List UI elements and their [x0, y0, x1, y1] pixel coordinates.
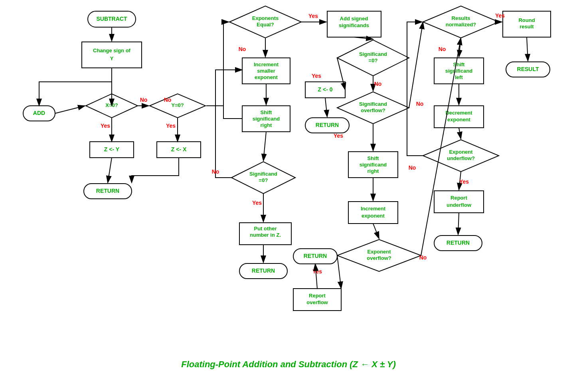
expunderflow-yes-label: Yes: [459, 178, 469, 185]
arrow-reportunderflow-return: [458, 213, 459, 235]
inc-smaller-label2: smaller: [257, 68, 275, 74]
shift-left-label2: significand: [445, 68, 473, 74]
put-other-label2: number in Z.: [250, 232, 281, 238]
arrow-shift1-sigzero: [263, 132, 266, 161]
sig-overflow-label2: overflow?: [361, 107, 385, 113]
arrow-decexp-expunderflow: [459, 128, 461, 139]
add-label: ADD: [33, 110, 45, 116]
dec-exp-label: Decrement: [445, 110, 472, 116]
exp-overflow-label2: overflow?: [367, 255, 391, 261]
sig-zero2-label: Significand: [359, 51, 387, 57]
dec-exp-label2: exponent: [447, 117, 470, 123]
report-underflow-label: Report: [451, 195, 468, 201]
put-other-label: Put other: [254, 226, 277, 232]
resultsnorm-no-label: No: [439, 46, 446, 52]
change-sign-node: [82, 42, 142, 68]
exp-equal-label: Exponents: [252, 15, 279, 21]
arrow-zx-return: [132, 158, 179, 183]
yzero-no-label: No: [164, 97, 172, 103]
sigzero2-yes-label: Yes: [312, 73, 321, 79]
change-sign-label: Change sign of: [93, 48, 131, 53]
arrow-incexp-expoverflow: [373, 224, 379, 239]
arrow-add-xzero: [55, 106, 85, 113]
sigzero1-yes-label: Yes: [252, 200, 262, 206]
sigzero1-no-label: No: [212, 168, 219, 175]
exp-underflow-label: Exponent: [449, 149, 473, 155]
results-norm-label: Results: [452, 15, 470, 21]
shift-right2-label2: significand: [360, 162, 387, 168]
expoverflow-yes-label: Yes: [312, 268, 322, 275]
xzero-no-label: No: [140, 97, 148, 103]
y-zero-label: Y=0?: [171, 102, 184, 108]
return5-label: RETURN: [447, 240, 470, 246]
return1-label: RETURN: [96, 188, 119, 194]
sigoverflow-yes-label: Yes: [334, 133, 343, 139]
add-signed-label2: significands: [339, 22, 369, 28]
inc-exp-label2: exponent: [362, 213, 385, 219]
sig-overflow-label: Significand: [359, 101, 387, 107]
z-zero-label: Z <- 0: [318, 86, 333, 93]
inc-smaller-label: Increment: [254, 61, 279, 67]
result-label: RESULT: [517, 66, 539, 72]
xzero-yes-label: Yes: [101, 123, 110, 129]
sigzero2-no-label: No: [374, 81, 382, 87]
shift-right1-label3: right: [261, 122, 273, 128]
arrow-zzero-return: [325, 98, 327, 117]
results-norm-label2: normalized?: [446, 22, 476, 28]
shift-right1-label: Shift: [261, 109, 273, 115]
arrow-sigoverflow-no: [409, 22, 423, 108]
flowchart: SUBTRACT Change sign of Y ADD X=0? Y=0? …: [0, 0, 577, 392]
exp-overflow-label: Exponent: [367, 249, 391, 255]
arrow-zy-return: [108, 158, 112, 183]
arrow-round-result: [527, 37, 528, 61]
expoverflow-no-label: No: [419, 254, 427, 261]
sig-zero2-label2: =0?: [369, 57, 378, 63]
shift-left-label3: left: [455, 74, 463, 80]
shift-left-label: Shift: [453, 61, 465, 67]
sig-zero1-label: Significand: [249, 171, 277, 177]
resultsnorm-yes-label: Yes: [495, 12, 505, 19]
arrow-expoverflow-yes: [337, 255, 341, 289]
return4-label: RETURN: [304, 253, 327, 259]
inc-exp-label: Increment: [361, 206, 386, 212]
shift-right2-label3: right: [368, 168, 379, 174]
chart-title: Floating-Point Addition and Subtraction …: [181, 359, 396, 369]
return3-label: RETURN: [316, 122, 339, 128]
expequal-no-label: No: [239, 46, 246, 52]
add-signed-label: Add signed: [340, 16, 368, 22]
subtract-label: SUBTRACT: [97, 16, 127, 22]
z-y-label: Z <- Y: [104, 146, 120, 152]
report-underflow-label2: underflow: [447, 202, 472, 208]
arrow-reportoverflow-return: [315, 264, 317, 289]
sig-zero1-label2: =0?: [259, 177, 268, 183]
shift-right2-label: Shift: [368, 155, 379, 161]
exp-underflow-label2: underflow?: [447, 155, 475, 161]
yzero-yes-label: Yes: [166, 123, 176, 129]
expunderflow-no-label: No: [409, 164, 416, 171]
round-result-label2: result: [520, 24, 534, 30]
sigoverflow-no-label: No: [416, 101, 424, 107]
z-x-label: Z <- X: [171, 146, 187, 152]
expequal-yes-label: Yes: [308, 13, 318, 19]
arrow-sigzero1-no: [215, 70, 242, 178]
arrow-yzero-no: [206, 22, 229, 106]
arrow-expunderflow-no: [407, 22, 423, 156]
return2-label: RETURN: [252, 267, 275, 274]
shift-right1-label2: significand: [253, 116, 280, 122]
exp-equal-label2: Equal?: [257, 22, 274, 28]
report-overflow-label2: overflow: [306, 299, 328, 305]
inc-smaller-label3: exponent: [255, 74, 278, 80]
report-overflow-label: Report: [309, 293, 326, 299]
round-result-label: Round: [518, 17, 535, 23]
change-sign-label2: Y: [110, 55, 114, 61]
